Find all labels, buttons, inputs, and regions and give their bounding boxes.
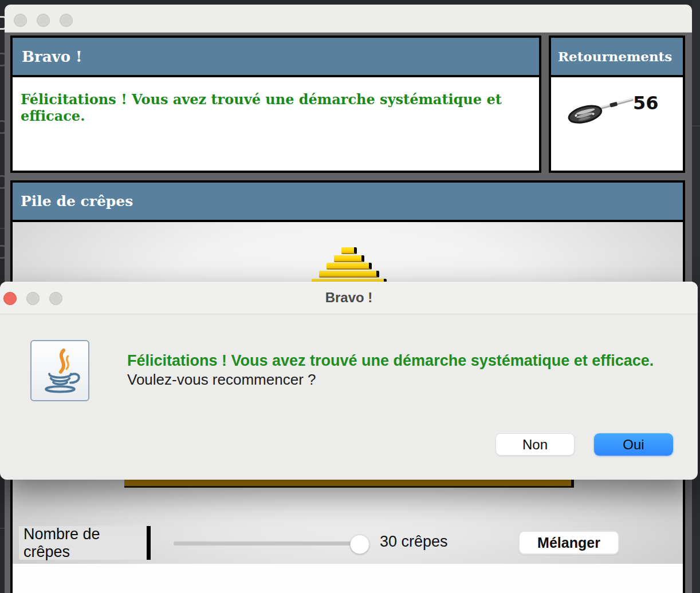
dialog-zoom-button-inactive [49, 292, 62, 305]
dialog-minimize-button-inactive [26, 292, 40, 305]
zoom-button-inactive[interactable] [60, 14, 73, 27]
bravo-dialog: Bravo ! Félicitations ! Vous avez trouvé… [0, 282, 698, 480]
bravo-panel-header: Bravo ! [13, 38, 539, 77]
minimize-button-inactive[interactable] [37, 14, 50, 27]
background-window-fragment [0, 120, 5, 134]
success-message: Félicitations ! Vous avez trouvé une dém… [13, 77, 539, 124]
crepe[interactable] [341, 247, 357, 254]
flip-count: 56 [633, 92, 659, 114]
spatula-icon [563, 92, 636, 126]
retournements-body: 56 [551, 77, 683, 171]
dialog-success-message: Félicitations ! Vous avez trouvé une dém… [127, 352, 654, 370]
pile-body-lower-area [13, 564, 683, 593]
crepe[interactable] [319, 271, 379, 278]
crepe[interactable] [327, 263, 372, 270]
yes-button[interactable]: Oui [594, 433, 673, 456]
background-window-fragment [0, 245, 5, 259]
background-window-fragment [0, 175, 5, 189]
pile-panel-header: Pile de crêpes [13, 183, 683, 222]
retournements-panel-header: Retournements [551, 38, 683, 77]
crepe-bottom[interactable] [124, 479, 574, 488]
dialog-titlebar[interactable]: Bravo ! [0, 282, 698, 314]
divider [0, 228, 5, 229]
bravo-panel-title: Bravo ! [22, 48, 82, 65]
background-window-fragment [0, 53, 5, 66]
crepe-count-slider-track[interactable] [174, 541, 360, 545]
window-titlebar[interactable] [5, 5, 692, 33]
crepe[interactable] [334, 255, 364, 262]
java-logo-icon [30, 340, 89, 401]
retournements-panel-title: Retournements [558, 49, 672, 64]
bravo-panel: Bravo ! Félicitations ! Vous avez trouvé… [10, 35, 541, 173]
divider [692, 125, 700, 126]
crepe-count-label: Nombre de crêpes [19, 526, 151, 560]
background-window-fragment [0, 16, 5, 30]
no-button[interactable]: Non [495, 433, 575, 456]
dialog-close-button[interactable] [3, 292, 17, 305]
divider [0, 528, 5, 529]
retournements-panel: Retournements 56 [549, 35, 685, 173]
pile-panel-title: Pile de crêpes [21, 193, 133, 209]
crepe-count-value: 30 crêpes [380, 533, 448, 551]
shuffle-button[interactable]: Mélanger [518, 531, 619, 555]
dialog-question-message: Voulez-vous recommencer ? [127, 371, 316, 389]
dialog-title: Bravo ! [0, 282, 698, 314]
close-button-inactive[interactable] [14, 14, 27, 27]
crepe-count-slider-thumb[interactable] [350, 535, 369, 554]
